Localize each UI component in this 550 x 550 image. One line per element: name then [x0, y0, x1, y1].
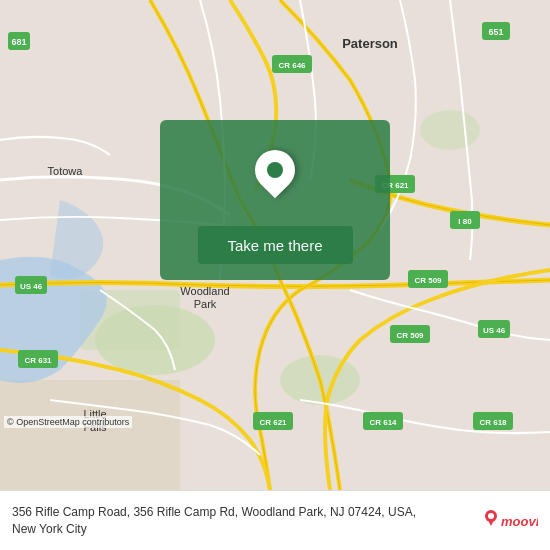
svg-text:651: 651 — [488, 27, 503, 37]
svg-rect-5 — [0, 380, 180, 490]
moovit-logo-svg: moovit — [483, 506, 538, 536]
svg-text:681: 681 — [11, 37, 26, 47]
svg-text:CR 646: CR 646 — [278, 61, 306, 70]
take-me-there-button[interactable]: Take me there — [198, 226, 353, 264]
location-pin — [255, 150, 295, 190]
svg-text:CR 621: CR 621 — [259, 418, 287, 427]
moovit-logo: moovit — [483, 506, 538, 536]
svg-point-40 — [488, 513, 494, 519]
svg-text:CR 614: CR 614 — [369, 418, 397, 427]
svg-text:moovit: moovit — [501, 514, 538, 529]
svg-text:Paterson: Paterson — [342, 36, 398, 51]
map-container: 681 651 CR 646 CR 621 I 80 CR 509 CR 509… — [0, 0, 550, 490]
svg-text:Woodland: Woodland — [180, 285, 229, 297]
svg-text:Park: Park — [194, 298, 217, 310]
svg-text:CR 509: CR 509 — [396, 331, 424, 340]
svg-text:Totowa: Totowa — [48, 165, 84, 177]
svg-text:US 46: US 46 — [483, 326, 506, 335]
svg-text:CR 618: CR 618 — [479, 418, 507, 427]
svg-text:I 80: I 80 — [458, 217, 472, 226]
svg-text:CR 509: CR 509 — [414, 276, 442, 285]
svg-text:US 46: US 46 — [20, 282, 43, 291]
info-bar: 356 Rifle Camp Road, 356 Rifle Camp Rd, … — [0, 490, 550, 550]
svg-text:CR 631: CR 631 — [24, 356, 52, 365]
svg-marker-39 — [487, 518, 495, 526]
attribution: © OpenStreetMap contributors — [4, 416, 132, 428]
green-overlay: Take me there — [160, 120, 390, 280]
svg-point-4 — [420, 110, 480, 150]
address-text: 356 Rifle Camp Road, 356 Rifle Camp Rd, … — [12, 504, 432, 538]
